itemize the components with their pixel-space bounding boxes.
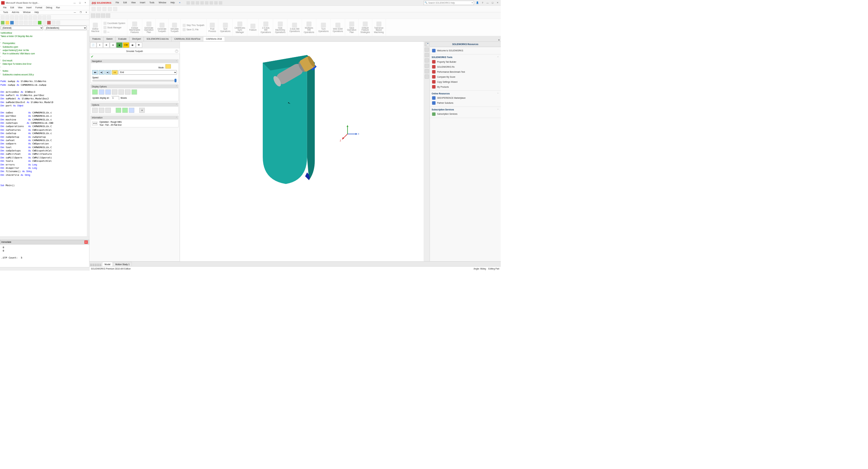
rail-view-icon[interactable] [425, 64, 429, 68]
resources-link[interactable]: Copy Settings Wizard [432, 79, 499, 85]
menu-format[interactable]: Format [33, 6, 44, 10]
disp-compare-icon[interactable] [131, 90, 137, 94]
undo-icon[interactable] [210, 1, 213, 4]
tree-icon[interactable] [101, 13, 105, 18]
ribbon-button[interactable]: Hole Machining Operations [273, 19, 287, 36]
pause-icon[interactable] [97, 7, 101, 11]
tool-icon[interactable] [28, 15, 32, 19]
menu-window[interactable]: Window [157, 1, 168, 5]
command-tab[interactable]: SOLIDWORKS Add-Ins [144, 37, 172, 41]
redo-icon[interactable] [33, 21, 37, 25]
fm-tab-display-icon[interactable]: ◉ [117, 42, 123, 48]
save-icon[interactable] [10, 21, 14, 25]
ribbon-button[interactable]: Extract Machinable Features [127, 19, 142, 36]
tab-grips[interactable] [90, 264, 102, 266]
rail-appearance-icon[interactable] [425, 69, 429, 73]
ribbon-button[interactable]: Simulate Toolpath [168, 19, 181, 36]
fm-tab-tool-icon[interactable]: 🛠 [136, 42, 142, 48]
maximize-button[interactable]: ◻ [77, 2, 83, 4]
welcome-link[interactable]: Welcome to SOLIDWORKS [432, 48, 499, 53]
information-header[interactable]: Information ⌃ [91, 116, 179, 120]
immediate-window[interactable]: 0 0 .STP Count: 5 [0, 244, 89, 267]
rail-custom-icon[interactable] [425, 74, 429, 79]
command-tab[interactable]: DimXpert [129, 37, 144, 41]
ribbon-button[interactable]: Feature [247, 19, 259, 36]
rail-explorer-icon[interactable] [425, 58, 429, 63]
menu-file[interactable]: File [1, 6, 8, 10]
resources-link[interactable]: Property Tab Builder [432, 59, 499, 64]
collapse-icon[interactable]: ⌃ [176, 103, 177, 106]
print-icon[interactable] [205, 1, 208, 4]
disp-holder-icon[interactable] [112, 90, 117, 94]
break-icon[interactable] [42, 21, 46, 25]
ribbon-button[interactable]: Turn Operations [316, 19, 331, 36]
pin-icon[interactable]: ✶ [177, 1, 183, 5]
play-icon[interactable] [92, 7, 96, 11]
tab-model[interactable]: Model [102, 262, 113, 266]
ribbon-button[interactable]: Sort Operations [218, 19, 233, 36]
tab-motion-study[interactable]: Motion Study 1 [113, 262, 132, 266]
save-icon[interactable] [200, 1, 204, 4]
ribbon-button[interactable]: 2.5 Axis Mill Operations [259, 19, 273, 36]
display-icon[interactable] [106, 13, 110, 18]
tool-icon[interactable] [19, 15, 23, 19]
disp-tool-icon[interactable] [105, 90, 111, 94]
new-icon[interactable] [191, 1, 195, 4]
project-icon[interactable] [56, 21, 60, 25]
ribbon-button[interactable]: Generate Toolpath [156, 19, 168, 36]
vba-horizontal-scrollbar[interactable] [0, 236, 89, 240]
vba-code-editor[interactable]: 'cwWorkflow 'Takes a folder Of Step/stp … [0, 30, 89, 236]
nav-end-select[interactable]: End [119, 70, 177, 75]
collapse-icon[interactable]: ⌃ [176, 86, 177, 88]
immediate-scrollbar[interactable] [0, 267, 89, 271]
fm-tab-dimexpert-icon[interactable]: ⊕ [110, 42, 116, 48]
menu-edit[interactable]: Edit [8, 6, 16, 10]
menu-view[interactable]: View [129, 1, 137, 5]
ribbon-button[interactable]: Save Operation Plan [345, 19, 359, 36]
opt-2-icon[interactable] [99, 108, 104, 113]
grid2-icon[interactable] [96, 13, 100, 18]
menu-help[interactable]: Help [32, 10, 41, 14]
ribbon-button[interactable]: Post Process [207, 19, 218, 36]
tool-icon[interactable] [5, 15, 9, 19]
ribbon-button[interactable]: Define Machine [90, 19, 101, 36]
fm-tab-op-icon[interactable]: ▦ [129, 42, 135, 48]
collapse-icon[interactable]: ⌃ [497, 92, 499, 95]
open-icon[interactable] [196, 1, 199, 4]
disp-trans-icon[interactable] [125, 90, 130, 94]
rail-library-icon[interactable] [425, 53, 429, 57]
opt-5-icon[interactable] [122, 108, 127, 113]
menu-file[interactable]: File [114, 1, 121, 5]
opt-4-icon[interactable] [116, 108, 121, 113]
cut-icon[interactable] [15, 21, 19, 25]
panel-help-icon[interactable]: ? [175, 50, 178, 53]
ribbon-button[interactable]: CAMWorks Sync Manager [233, 19, 247, 36]
resources-link[interactable]: My Products [432, 85, 499, 90]
menu-tools[interactable]: Tools [148, 1, 156, 5]
design-icon[interactable] [52, 21, 56, 25]
fm-tab-camworks-icon[interactable]: CW [123, 42, 129, 48]
object-dropdown[interactable]: (General) [1, 26, 43, 30]
resources-link[interactable]: Compare My Score [432, 74, 499, 79]
tool-icon[interactable] [1, 15, 5, 19]
doc-restore-button[interactable]: ❐ [78, 10, 84, 14]
ribbon-button[interactable]: Generate Operation Plan [142, 19, 156, 36]
menu-debug[interactable]: Debug [44, 6, 54, 10]
resources-collapse-icon[interactable]: « [426, 42, 429, 46]
command-tab[interactable]: Features [90, 37, 103, 41]
nav-pause-icon[interactable]: ▮▮ [112, 70, 118, 75]
user-icon[interactable]: 👤 [475, 1, 480, 5]
mode-alt-icon[interactable] [172, 64, 177, 69]
step-icon[interactable] [113, 7, 117, 11]
opt-3-icon[interactable] [105, 108, 111, 113]
ribbon-button[interactable]: 3 Axis Mill Operations [287, 19, 302, 36]
ribbon-button[interactable]: Multiaxis Mill Operations [302, 19, 316, 36]
menu-insert[interactable]: Insert [138, 1, 147, 5]
resources-link[interactable]: SOLIDWORKS Rx [432, 64, 499, 69]
maximize-button[interactable]: ◻ [490, 1, 495, 5]
view-icon[interactable] [1, 21, 5, 25]
speed-thumb[interactable] [175, 79, 177, 82]
doc-close-button[interactable]: ✕ [84, 10, 89, 14]
minimize-button[interactable]: — [486, 1, 490, 5]
ribbon-item[interactable]: Step Thru Toolpath [183, 23, 204, 27]
